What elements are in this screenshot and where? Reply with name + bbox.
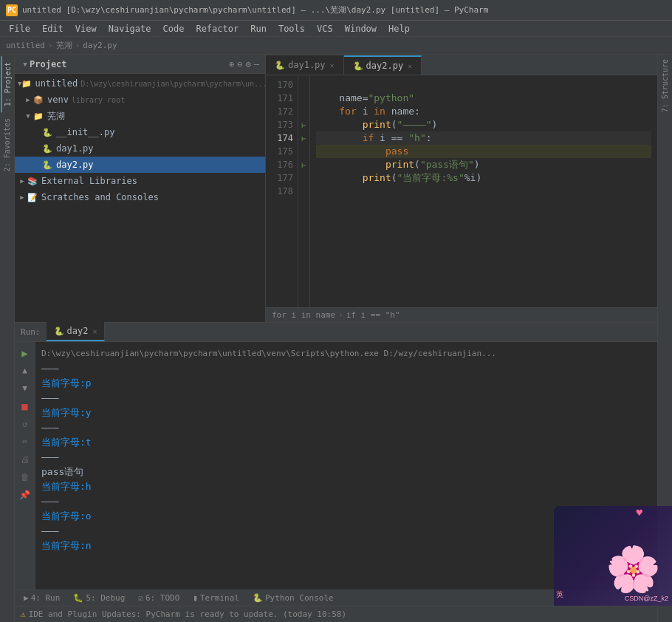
run-pass-stmt: pass语句	[41, 465, 651, 479]
project-tree: ▼ 📁 untitled D:\wzy\ceshiruanjian\pychar…	[15, 74, 265, 322]
sidebar-tab-structure[interactable]: 7: Structure	[659, 55, 671, 117]
run-up-button[interactable]: ▲	[17, 363, 33, 379]
tree-label-library: library root	[72, 96, 125, 104]
run-cn-0: 当前字母:p	[41, 376, 651, 391]
run-play-button[interactable]: ▶	[17, 345, 33, 361]
hint-part-0: for i in name	[272, 310, 335, 320]
run-rerun-button[interactable]: ↺	[17, 416, 33, 432]
run-pin-button[interactable]: 📌	[17, 487, 33, 503]
project-panel: ▼ Project ⊕ ⊖ ⚙ — ▼	[15, 55, 266, 322]
code-line-177: print("当前字母:%s"%i)	[316, 171, 651, 185]
editor-tab-day2[interactable]: 🐍 day2.py ✕	[344, 55, 422, 75]
menu-view[interactable]: View	[69, 22, 103, 35]
bottom-tab-debug[interactable]: 🐛 5: Debug	[67, 591, 131, 606]
run-trash-button[interactable]: 🗑	[17, 469, 33, 485]
right-side-tabs: 7: Structure	[657, 55, 672, 622]
breadcrumb-part-0[interactable]: untitled	[6, 41, 45, 50]
debug-icon: 🐛	[73, 593, 83, 603]
bottom-tab-todo[interactable]: ☑ 6: TODO	[132, 591, 185, 606]
menu-run[interactable]: Run	[244, 22, 272, 35]
editor-tab-day1[interactable]: 🐍 day1.py ✕	[266, 55, 344, 75]
run-output-path: D:\wzy\ceshiruanjian\pycharm\pycharm\unt…	[41, 346, 651, 361]
editor-area: 🐍 day1.py ✕ 🐍 day2.py ✕	[266, 55, 657, 322]
ext-libs-icon: 📚	[27, 175, 38, 187]
tree-item-venv[interactable]: ▶ 📦 venv library root	[15, 92, 265, 108]
line-173: 173	[266, 118, 298, 131]
code-gutter: ⊢ ⊢ ⊢	[298, 75, 310, 307]
tree-item-init[interactable]: 🐍 __init__.py	[15, 124, 265, 140]
menu-navigate[interactable]: Navigate	[103, 22, 157, 35]
menu-code[interactable]: Code	[157, 22, 191, 35]
project-gear-icon[interactable]: ⚙	[246, 59, 251, 69]
app-window: PC untitled [D:\wzy\ceshiruanjian\pychar…	[0, 0, 672, 622]
run-cn-3: 当前字母:h	[41, 479, 651, 494]
gutter-170	[298, 78, 309, 92]
code-line-176: print("pass语句")	[316, 158, 651, 171]
line-177: 177	[266, 171, 298, 185]
tree-item-wuhu[interactable]: ▼ 📁 芜湖	[15, 108, 265, 124]
py-icon-init: 🐍	[41, 126, 53, 138]
line-178: 178	[266, 185, 298, 198]
menu-edit[interactable]: Edit	[36, 22, 69, 35]
breadcrumb-part-2[interactable]: day2.py	[83, 41, 117, 50]
line-175: 175	[266, 145, 298, 158]
run-body: ▶ ▲ ▼ ■ ↺ ⇌ 🖨 🗑 📌 D:\wzy\ceshir	[15, 342, 657, 590]
bottom-tab-terminal[interactable]: ▮ Terminal	[187, 591, 245, 606]
tree-label-scratches: Scratches and Consoles	[41, 192, 159, 202]
menu-vcs[interactable]: VCS	[311, 22, 339, 35]
tree-item-scratches[interactable]: ▶ 📝 Scratches and Consoles	[15, 189, 265, 205]
tree-item-day2[interactable]: 🐍 day2.py	[15, 157, 265, 173]
menu-window[interactable]: Window	[339, 22, 383, 35]
code-line-170	[316, 78, 651, 92]
menu-bar: File Edit View Navigate Code Refactor Ru…	[0, 21, 672, 37]
code-line-172: for i in name:	[316, 105, 651, 118]
run-print-button[interactable]: 🖨	[17, 451, 33, 468]
gutter-177	[298, 171, 309, 185]
tab-close-day1[interactable]: ✕	[330, 61, 335, 69]
bottom-tab-debug-label: 5: Debug	[86, 593, 125, 603]
tree-item-ext-libs[interactable]: ▶ 📚 External Libraries	[15, 173, 265, 189]
sidebar-tab-project[interactable]: 1: Project	[1, 56, 13, 112]
menu-tools[interactable]: Tools	[272, 22, 311, 35]
editor-hint-bar: for i in name › if i == "h"	[266, 307, 657, 322]
code-line-171: name="python"	[316, 92, 651, 105]
tree-item-day1[interactable]: 🐍 day1.py	[15, 140, 265, 157]
project-expand-arrow: ▼	[21, 61, 30, 68]
run-wrap-button[interactable]: ⇌	[17, 434, 33, 450]
run-tab-close[interactable]: ✕	[92, 327, 97, 335]
run-tab-day2[interactable]: 🐍 day2 ✕	[47, 322, 106, 341]
terminal-icon: ▮	[193, 593, 198, 603]
project-minimize-icon[interactable]: —	[254, 59, 259, 69]
project-add-icon[interactable]: ⊕	[229, 59, 234, 69]
menu-file[interactable]: File	[3, 22, 36, 35]
py-icon-day2: 🐍	[41, 159, 53, 171]
bottom-tab-python-console[interactable]: 🐍 Python Console	[247, 591, 340, 606]
bottom-tab-run[interactable]: ▶ 4: Run	[18, 591, 66, 606]
run-sep-3: ———	[41, 450, 651, 465]
run-cn-4: 当前字母:o	[41, 509, 651, 524]
hint-part-1: if i == "h"	[346, 310, 400, 320]
editor-tabs: 🐍 day1.py ✕ 🐍 day2.py ✕	[266, 55, 657, 75]
tab-close-day2[interactable]: ✕	[408, 62, 412, 70]
code-content[interactable]: name="python" for i in name: print("————…	[310, 75, 657, 307]
python-console-icon: 🐍	[253, 593, 263, 603]
project-collapse-icon[interactable]: ⊖	[237, 59, 242, 69]
tree-item-untitled[interactable]: ▼ 📁 untitled D:\wzy\ceshiruanjian\pychar…	[15, 75, 265, 92]
sidebar-tab-favorites[interactable]: 2: Favorites	[1, 112, 13, 177]
app-icon: PC	[6, 4, 18, 16]
scratches-icon: 📝	[27, 191, 38, 203]
tab-icon-day1: 🐍	[275, 61, 285, 70]
run-sep-5: ———	[41, 524, 651, 539]
menu-refactor[interactable]: Refactor	[190, 22, 244, 35]
run-stop-button[interactable]: ■	[17, 398, 33, 414]
title-bar: PC untitled [D:\wzy\ceshiruanjian\pychar…	[0, 0, 672, 21]
gutter-171	[298, 92, 309, 105]
line-174: 174	[266, 131, 298, 145]
run-sep-4: ———	[41, 494, 651, 509]
run-down-button[interactable]: ▼	[17, 380, 33, 397]
run-panel: Run: 🐍 day2 ✕ ▶ ▲ ▼ ■	[15, 322, 657, 590]
hint-arrow-0: ›	[338, 310, 343, 320]
menu-help[interactable]: Help	[383, 22, 416, 35]
run-cn-2: 当前字母:t	[41, 435, 651, 450]
breadcrumb-part-1[interactable]: 芜湖	[56, 40, 72, 51]
